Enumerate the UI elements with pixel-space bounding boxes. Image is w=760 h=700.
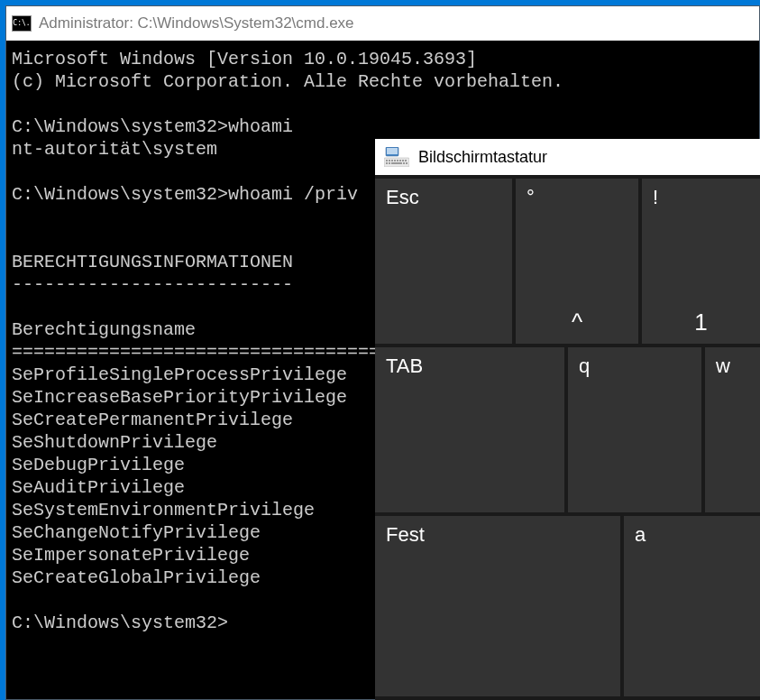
svg-rect-15 bbox=[406, 162, 407, 164]
key-1[interactable]: ! 1 bbox=[642, 179, 760, 344]
key-w[interactable]: w bbox=[705, 347, 760, 512]
key-q-label: q bbox=[579, 355, 590, 378]
key-w-label: w bbox=[716, 355, 730, 378]
key-caret-bottom-label: ^ bbox=[572, 309, 582, 336]
cmd-titlebar[interactable]: C:\. Administrator: C:\Windows\System32\… bbox=[6, 6, 759, 41]
key-q[interactable]: q bbox=[568, 347, 701, 512]
cmd-window-title: Administrator: C:\Windows\System32\cmd.e… bbox=[39, 14, 354, 32]
svg-rect-10 bbox=[405, 160, 407, 161]
svg-rect-7 bbox=[397, 160, 398, 161]
key-tab-label: TAB bbox=[386, 355, 423, 378]
osk-key-area: Esc ° ^ ! 1 TAB q w Fest a bbox=[375, 175, 760, 700]
key-caret[interactable]: ° ^ bbox=[516, 179, 638, 344]
svg-rect-1 bbox=[387, 148, 398, 154]
svg-rect-13 bbox=[391, 162, 402, 164]
cmd-line: C:\Windows\system32>whoami bbox=[12, 115, 754, 138]
osk-titlebar[interactable]: Bildschirmtastatur bbox=[375, 139, 760, 175]
key-1-top-label: ! bbox=[653, 186, 658, 209]
key-esc[interactable]: Esc bbox=[375, 179, 512, 344]
key-esc-label: Esc bbox=[386, 186, 419, 209]
svg-rect-5 bbox=[391, 160, 393, 161]
keyboard-icon bbox=[384, 147, 409, 167]
key-a[interactable]: a bbox=[624, 516, 760, 696]
key-tab[interactable]: TAB bbox=[375, 347, 564, 512]
cmd-icon: C:\. bbox=[12, 15, 32, 32]
cmd-line bbox=[12, 93, 754, 115]
svg-rect-3 bbox=[386, 160, 388, 161]
cmd-line: (c) Microsoft Corporation. Alle Rechte v… bbox=[12, 70, 754, 93]
svg-rect-9 bbox=[402, 160, 404, 161]
osk-window-title: Bildschirmtastatur bbox=[418, 148, 547, 167]
key-capslock[interactable]: Fest bbox=[375, 516, 620, 696]
onscreen-keyboard-window: Bildschirmtastatur Esc ° ^ ! 1 TAB q w F… bbox=[375, 139, 760, 700]
key-capslock-label: Fest bbox=[386, 523, 425, 547]
svg-rect-4 bbox=[389, 160, 390, 161]
cmd-line: Microsoft Windows [Version 10.0.19045.36… bbox=[12, 48, 754, 70]
svg-rect-14 bbox=[403, 162, 405, 164]
svg-rect-6 bbox=[394, 160, 396, 161]
svg-rect-8 bbox=[399, 160, 401, 161]
key-a-label: a bbox=[635, 523, 646, 547]
key-1-bottom-label: 1 bbox=[694, 309, 707, 336]
key-caret-top-label: ° bbox=[527, 186, 535, 209]
svg-rect-11 bbox=[386, 162, 388, 164]
svg-rect-12 bbox=[389, 162, 390, 164]
